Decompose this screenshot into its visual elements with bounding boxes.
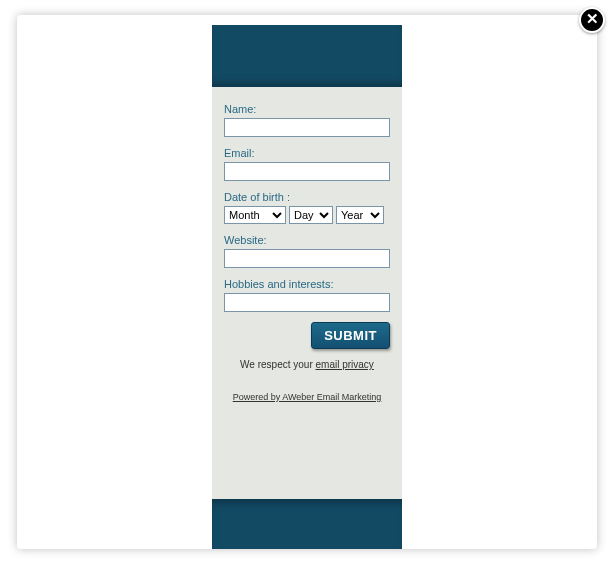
modal-dialog: ✕ Name: Email: Date of birth : Month Da	[17, 15, 597, 549]
powered-by: Powered by AWeber Email Marketing	[224, 392, 390, 402]
dob-label: Date of birth :	[224, 191, 390, 203]
signup-form-widget: Name: Email: Date of birth : Month Day	[212, 25, 402, 549]
website-label: Website:	[224, 234, 390, 246]
privacy-text: We respect your email privacy	[224, 359, 390, 370]
privacy-prefix: We respect your	[240, 359, 315, 370]
privacy-link[interactable]: email privacy	[316, 359, 374, 370]
close-button[interactable]: ✕	[579, 7, 605, 33]
powered-by-link[interactable]: Powered by AWeber Email Marketing	[233, 392, 382, 402]
footer-band	[212, 499, 402, 549]
website-field-group: Website:	[224, 234, 390, 268]
dob-field-group: Date of birth : Month Day Year	[224, 191, 390, 224]
email-label: Email:	[224, 147, 390, 159]
hobbies-field-group: Hobbies and interests:	[224, 278, 390, 312]
dob-day-select[interactable]: Day	[289, 206, 333, 224]
email-field-group: Email:	[224, 147, 390, 181]
dob-selects: Month Day Year	[224, 206, 390, 224]
dob-month-select[interactable]: Month	[224, 206, 286, 224]
submit-wrap: SUBMIT	[224, 322, 390, 349]
header-band	[212, 25, 402, 87]
email-input[interactable]	[224, 162, 390, 181]
website-input[interactable]	[224, 249, 390, 268]
name-input[interactable]	[224, 118, 390, 137]
form-body: Name: Email: Date of birth : Month Day	[212, 87, 402, 499]
dob-year-select[interactable]: Year	[336, 206, 384, 224]
name-field-group: Name:	[224, 103, 390, 137]
submit-button[interactable]: SUBMIT	[311, 322, 390, 349]
hobbies-label: Hobbies and interests:	[224, 278, 390, 290]
name-label: Name:	[224, 103, 390, 115]
hobbies-input[interactable]	[224, 293, 390, 312]
